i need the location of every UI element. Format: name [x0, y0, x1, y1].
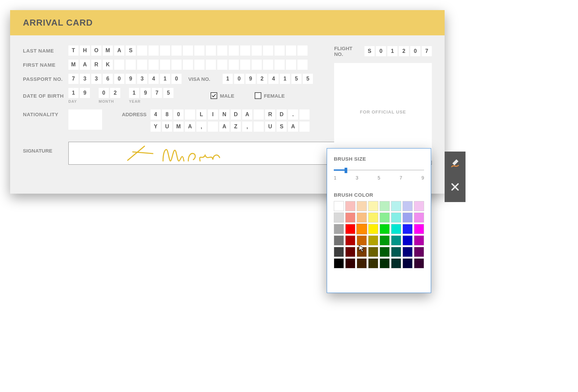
- brush-tool-button[interactable]: [445, 152, 465, 175]
- char-cell[interactable]: T: [68, 45, 78, 56]
- char-cell[interactable]: 7: [68, 74, 78, 84]
- char-cell[interactable]: [185, 109, 195, 120]
- char-cell[interactable]: 6: [103, 74, 113, 84]
- char-cell[interactable]: Y: [151, 122, 161, 132]
- char-cell[interactable]: S: [126, 45, 136, 56]
- char-cell[interactable]: 9: [126, 74, 136, 84]
- color-swatch[interactable]: [345, 235, 355, 246]
- color-swatch[interactable]: [368, 235, 378, 246]
- char-cell[interactable]: 0: [410, 46, 420, 56]
- char-cell[interactable]: [160, 45, 170, 56]
- char-cell[interactable]: [183, 45, 193, 56]
- char-cell[interactable]: 0: [173, 109, 184, 120]
- color-swatch[interactable]: [414, 247, 424, 257]
- char-cell[interactable]: 4: [268, 74, 279, 84]
- char-cell[interactable]: M: [68, 60, 78, 70]
- char-cell[interactable]: O: [91, 45, 101, 56]
- char-cell[interactable]: [286, 45, 296, 56]
- color-swatch[interactable]: [380, 247, 390, 257]
- color-swatch[interactable]: [380, 213, 390, 223]
- char-cell[interactable]: 1: [68, 88, 78, 98]
- char-cell[interactable]: 9: [80, 88, 90, 98]
- color-swatch[interactable]: [414, 235, 424, 246]
- color-swatch[interactable]: [368, 247, 378, 257]
- char-cell[interactable]: H: [80, 45, 90, 56]
- char-cell[interactable]: A: [219, 122, 229, 132]
- color-swatch[interactable]: [368, 224, 378, 234]
- char-cell[interactable]: U: [265, 122, 275, 132]
- color-swatch[interactable]: [357, 224, 367, 234]
- char-cell[interactable]: A: [114, 45, 124, 56]
- checkbox-male[interactable]: [211, 92, 217, 99]
- color-swatch[interactable]: [345, 201, 355, 211]
- char-cell[interactable]: 0: [234, 74, 244, 84]
- char-cell[interactable]: [240, 60, 250, 70]
- char-cell[interactable]: 1: [129, 88, 139, 98]
- char-cell[interactable]: [275, 60, 285, 70]
- color-swatch[interactable]: [391, 258, 401, 268]
- char-cell[interactable]: 4: [151, 109, 161, 120]
- color-swatch[interactable]: [391, 201, 401, 211]
- char-cell[interactable]: [252, 45, 262, 56]
- char-cell[interactable]: [183, 60, 193, 70]
- char-cell[interactable]: 0: [171, 74, 182, 84]
- char-cell[interactable]: 7: [422, 46, 432, 56]
- char-cell[interactable]: 0: [376, 46, 386, 56]
- char-cell[interactable]: S: [364, 46, 375, 56]
- char-cell[interactable]: D: [231, 109, 241, 120]
- color-swatch[interactable]: [368, 201, 378, 211]
- color-swatch[interactable]: [334, 224, 344, 234]
- char-cell[interactable]: I: [208, 109, 218, 120]
- char-cell[interactable]: L: [196, 109, 206, 120]
- color-swatch[interactable]: [380, 235, 390, 246]
- color-swatch[interactable]: [334, 258, 344, 268]
- color-swatch[interactable]: [403, 235, 413, 246]
- char-cell[interactable]: 0: [114, 74, 124, 84]
- char-cell[interactable]: [137, 60, 147, 70]
- char-cell[interactable]: 3: [91, 74, 101, 84]
- char-cell[interactable]: [263, 45, 273, 56]
- char-cell[interactable]: R: [265, 109, 275, 120]
- char-cell[interactable]: [254, 109, 264, 120]
- char-cell[interactable]: 3: [137, 74, 147, 84]
- char-cell[interactable]: K: [103, 60, 113, 70]
- color-swatch[interactable]: [357, 213, 367, 223]
- char-cell[interactable]: [137, 45, 147, 56]
- color-swatch[interactable]: [334, 201, 344, 211]
- char-cell[interactable]: 1: [280, 74, 290, 84]
- color-swatch[interactable]: [403, 258, 413, 268]
- nationality-box[interactable]: [68, 109, 102, 130]
- char-cell[interactable]: N: [219, 109, 229, 120]
- color-swatch[interactable]: [391, 213, 401, 223]
- char-cell[interactable]: 3: [80, 74, 90, 84]
- color-swatch[interactable]: [391, 247, 401, 257]
- color-swatch[interactable]: [403, 224, 413, 234]
- char-cell[interactable]: A: [80, 60, 90, 70]
- char-cell[interactable]: [160, 60, 170, 70]
- char-cell[interactable]: 9: [246, 74, 256, 84]
- color-swatch[interactable]: [403, 247, 413, 257]
- char-cell[interactable]: [229, 45, 239, 56]
- char-cell[interactable]: [217, 60, 227, 70]
- color-swatch[interactable]: [345, 213, 355, 223]
- char-cell[interactable]: [299, 109, 310, 120]
- char-cell[interactable]: M: [173, 122, 184, 132]
- char-cell[interactable]: 1: [160, 74, 170, 84]
- char-cell[interactable]: 2: [257, 74, 267, 84]
- char-cell[interactable]: 9: [140, 88, 151, 98]
- color-swatch[interactable]: [380, 258, 390, 268]
- char-cell[interactable]: [263, 60, 273, 70]
- brush-size-slider[interactable]: 13579: [334, 165, 424, 182]
- char-cell[interactable]: [149, 60, 159, 70]
- char-cell[interactable]: R: [91, 60, 101, 70]
- char-cell[interactable]: [252, 60, 262, 70]
- color-swatch[interactable]: [368, 213, 378, 223]
- color-swatch[interactable]: [414, 201, 424, 211]
- char-cell[interactable]: 2: [110, 88, 120, 98]
- color-swatch[interactable]: [403, 213, 413, 223]
- char-cell[interactable]: [194, 45, 204, 56]
- color-swatch[interactable]: [357, 201, 367, 211]
- char-cell[interactable]: 5: [163, 88, 173, 98]
- char-cell[interactable]: [275, 45, 285, 56]
- char-cell[interactable]: 2: [399, 46, 409, 56]
